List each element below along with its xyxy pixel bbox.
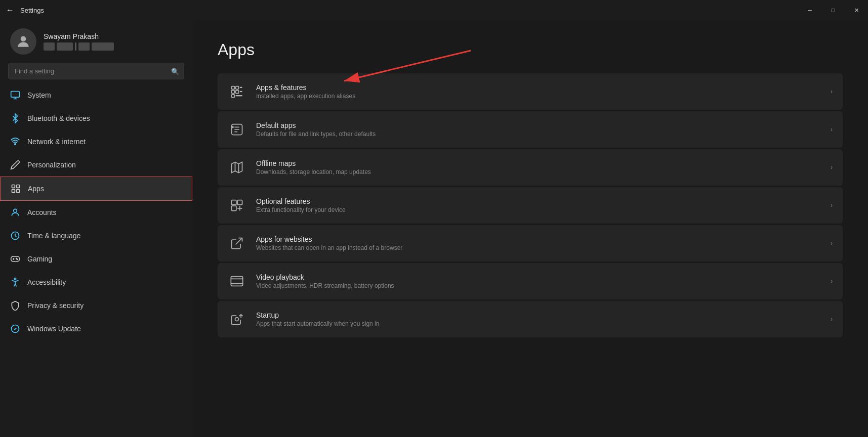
title-bar-controls: ─ □ ✕	[798, 0, 868, 20]
search-input[interactable]	[8, 63, 184, 79]
sidebar-item-personalization[interactable]: Personalization	[0, 153, 192, 177]
svg-rect-28	[237, 200, 242, 205]
sidebar-item-update[interactable]: Windows Update	[0, 317, 192, 340]
apps-features-desc: Installed apps, app execution aliases	[256, 93, 820, 100]
title-bar-left: ← Settings	[6, 6, 44, 15]
svg-point-0	[21, 36, 26, 41]
apps-features-title: Apps & features	[256, 83, 820, 92]
svg-rect-9	[11, 256, 20, 261]
back-icon[interactable]: ←	[6, 6, 14, 15]
startup-chevron: ›	[831, 316, 833, 323]
sidebar-item-gaming[interactable]: Gaming	[0, 247, 192, 271]
apps-websites-desc: Websites that can open in an app instead…	[256, 244, 820, 251]
content-area: Apps Apps & feat	[192, 20, 868, 437]
video-playback-text: Video playback Video adjustments, HDR st…	[256, 273, 820, 289]
search-box: 🔍	[8, 63, 184, 79]
settings-item-apps-websites[interactable]: Apps for websites Websites that can open…	[218, 225, 843, 261]
sidebar-item-time[interactable]: Time & language	[0, 224, 192, 247]
sidebar-item-privacy[interactable]: Privacy & security	[0, 294, 192, 317]
badge-sep	[75, 42, 76, 51]
privacy-icon	[10, 300, 20, 311]
sidebar-item-label-bluetooth: Bluetooth & devices	[27, 114, 90, 122]
settings-item-default-apps[interactable]: Default apps Defaults for file and link …	[218, 111, 843, 148]
person-icon	[15, 33, 31, 50]
svg-rect-6	[17, 190, 20, 193]
bluetooth-icon	[10, 113, 20, 123]
sidebar-item-label-time: Time & language	[27, 232, 80, 240]
svg-rect-19	[236, 91, 239, 94]
page-title: Apps	[218, 40, 843, 59]
sidebar-item-label-gaming: Gaming	[27, 255, 52, 263]
offline-maps-icon	[228, 158, 246, 177]
default-apps-desc: Defaults for file and link types, other …	[256, 130, 820, 138]
svg-rect-15	[232, 86, 235, 90]
sidebar-item-accessibility[interactable]: Accessibility	[0, 271, 192, 294]
svg-rect-16	[236, 86, 239, 90]
badge-2	[57, 42, 73, 51]
sidebar-item-label-network: Network & internet	[27, 138, 86, 146]
startup-icon	[228, 310, 246, 328]
svg-point-34	[235, 318, 239, 321]
svg-point-11	[17, 259, 18, 260]
network-icon	[10, 137, 20, 147]
video-playback-desc: Video adjustments, HDR streaming, batter…	[256, 282, 820, 289]
minimize-button[interactable]: ─	[798, 0, 821, 20]
optional-features-desc: Extra functionality for your device	[256, 206, 820, 213]
apps-icon	[11, 184, 21, 194]
close-button[interactable]: ✕	[845, 0, 868, 20]
sidebar-item-label-accessibility: Accessibility	[27, 278, 66, 286]
svg-line-30	[236, 238, 242, 245]
sidebar: Swayam Prakash 🔍 System	[0, 20, 192, 437]
settings-item-startup[interactable]: Startup Apps that start automatically wh…	[218, 301, 843, 337]
badge-4	[92, 42, 114, 51]
optional-features-text: Optional features Extra functionality fo…	[256, 197, 820, 213]
sidebar-item-bluetooth[interactable]: Bluetooth & devices	[0, 107, 192, 130]
svg-point-2	[15, 144, 16, 145]
svg-point-12	[14, 278, 16, 280]
startup-title: Startup	[256, 311, 820, 319]
sidebar-item-apps[interactable]: Apps	[0, 177, 192, 201]
video-playback-title: Video playback	[256, 273, 820, 281]
apps-websites-text: Apps for websites Websites that can open…	[256, 235, 820, 251]
maximize-button[interactable]: □	[821, 0, 845, 20]
settings-item-apps-features[interactable]: Apps & features Installed apps, app exec…	[218, 73, 843, 110]
settings-list: Apps & features Installed apps, app exec…	[218, 73, 843, 337]
title-bar-title: Settings	[20, 7, 44, 14]
avatar	[10, 28, 36, 55]
startup-text: Startup Apps that start automatically wh…	[256, 311, 820, 327]
sidebar-item-label-apps: Apps	[28, 185, 44, 193]
user-profile[interactable]: Swayam Prakash	[0, 20, 192, 61]
svg-rect-1	[11, 92, 20, 98]
settings-item-offline-maps[interactable]: Offline maps Downloads, storage location…	[218, 149, 843, 186]
svg-rect-18	[232, 91, 235, 94]
sidebar-item-system[interactable]: System	[0, 83, 192, 107]
apps-websites-chevron: ›	[831, 240, 833, 247]
offline-maps-text: Offline maps Downloads, storage location…	[256, 159, 820, 176]
svg-rect-3	[12, 185, 15, 188]
system-icon	[10, 90, 20, 100]
apps-websites-title: Apps for websites	[256, 235, 820, 243]
default-apps-icon	[228, 120, 246, 139]
main-layout: Swayam Prakash 🔍 System	[0, 20, 868, 437]
title-bar: ← Settings ─ □ ✕	[0, 0, 868, 20]
sidebar-item-label-update: Windows Update	[27, 325, 81, 333]
nav-list: System Bluetooth & devices Network & int…	[0, 83, 192, 340]
offline-maps-chevron: ›	[831, 164, 833, 171]
startup-desc: Apps that start automatically when you s…	[256, 320, 820, 327]
apps-websites-icon	[228, 234, 246, 252]
svg-point-7	[14, 209, 17, 212]
user-info: Swayam Prakash	[44, 32, 114, 51]
apps-features-text: Apps & features Installed apps, app exec…	[256, 83, 820, 100]
svg-rect-27	[232, 200, 236, 205]
sidebar-item-network[interactable]: Network & internet	[0, 130, 192, 153]
user-badges	[44, 42, 114, 51]
update-icon	[10, 324, 20, 334]
sidebar-item-accounts[interactable]: Accounts	[0, 201, 192, 224]
svg-rect-29	[232, 206, 236, 210]
settings-item-video-playback[interactable]: Video playback Video adjustments, HDR st…	[218, 263, 843, 299]
apps-features-icon	[228, 82, 246, 101]
settings-item-optional-features[interactable]: Optional features Extra functionality fo…	[218, 187, 843, 224]
optional-features-chevron: ›	[831, 202, 833, 209]
sidebar-item-label-privacy: Privacy & security	[27, 301, 84, 310]
accessibility-icon	[10, 277, 20, 287]
